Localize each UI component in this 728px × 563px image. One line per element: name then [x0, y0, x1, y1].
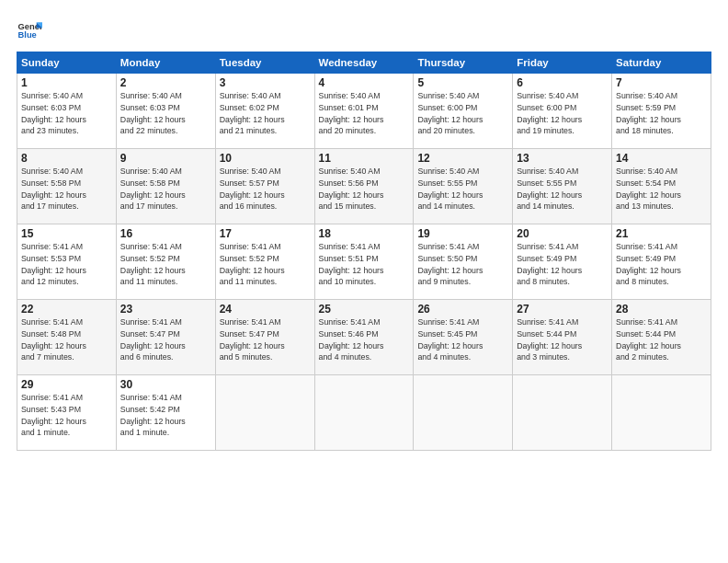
day-info: Sunrise: 5:41 AM Sunset: 5:51 PM Dayligh… [319, 241, 410, 288]
day-cell: 22Sunrise: 5:41 AM Sunset: 5:48 PM Dayli… [17, 300, 117, 375]
day-number: 15 [21, 227, 112, 240]
weekday-header-wednesday: Wednesday [314, 52, 414, 74]
day-cell: 24Sunrise: 5:41 AM Sunset: 5:47 PM Dayli… [215, 300, 314, 375]
day-number: 4 [319, 76, 410, 89]
day-info: Sunrise: 5:40 AM Sunset: 5:54 PM Dayligh… [616, 166, 707, 213]
day-number: 14 [616, 152, 707, 165]
day-cell: 5Sunrise: 5:40 AM Sunset: 6:00 PM Daylig… [414, 74, 513, 149]
day-cell: 29Sunrise: 5:41 AM Sunset: 5:43 PM Dayli… [17, 375, 117, 451]
day-info: Sunrise: 5:41 AM Sunset: 5:47 PM Dayligh… [220, 316, 311, 363]
day-cell: 8Sunrise: 5:40 AM Sunset: 5:58 PM Daylig… [17, 149, 117, 224]
day-cell: 20Sunrise: 5:41 AM Sunset: 5:49 PM Dayli… [513, 224, 612, 300]
week-row-4: 22Sunrise: 5:41 AM Sunset: 5:48 PM Dayli… [17, 300, 711, 375]
day-info: Sunrise: 5:40 AM Sunset: 6:00 PM Dayligh… [417, 90, 508, 137]
day-info: Sunrise: 5:40 AM Sunset: 6:03 PM Dayligh… [120, 90, 211, 137]
day-info: Sunrise: 5:41 AM Sunset: 5:52 PM Dayligh… [120, 241, 211, 288]
week-row-5: 29Sunrise: 5:41 AM Sunset: 5:43 PM Dayli… [17, 375, 711, 451]
day-number: 20 [517, 227, 608, 240]
day-cell [612, 375, 711, 451]
weekday-header-thursday: Thursday [414, 52, 513, 74]
day-cell: 21Sunrise: 5:41 AM Sunset: 5:49 PM Dayli… [612, 224, 711, 300]
week-row-1: 1Sunrise: 5:40 AM Sunset: 6:03 PM Daylig… [17, 74, 711, 149]
logo: General Blue [17, 17, 42, 42]
day-cell: 28Sunrise: 5:41 AM Sunset: 5:44 PM Dayli… [612, 300, 711, 375]
calendar-page: General Blue SundayMondayTuesdayWednesda… [0, 0, 728, 563]
day-number: 2 [120, 76, 211, 89]
weekday-header-sunday: Sunday [17, 52, 117, 74]
day-info: Sunrise: 5:41 AM Sunset: 5:44 PM Dayligh… [616, 316, 707, 363]
day-number: 28 [616, 303, 707, 316]
day-info: Sunrise: 5:41 AM Sunset: 5:49 PM Dayligh… [616, 241, 707, 288]
day-cell: 16Sunrise: 5:41 AM Sunset: 5:52 PM Dayli… [116, 224, 215, 300]
day-cell: 1Sunrise: 5:40 AM Sunset: 6:03 PM Daylig… [17, 74, 117, 149]
day-number: 6 [517, 76, 608, 89]
day-info: Sunrise: 5:41 AM Sunset: 5:45 PM Dayligh… [417, 316, 508, 363]
day-cell [215, 375, 314, 451]
day-number: 12 [417, 152, 508, 165]
weekday-header-tuesday: Tuesday [215, 52, 314, 74]
day-number: 3 [220, 76, 311, 89]
day-number: 8 [21, 152, 112, 165]
weekday-header-monday: Monday [116, 52, 215, 74]
logo-icon: General Blue [17, 17, 42, 42]
day-cell: 25Sunrise: 5:41 AM Sunset: 5:46 PM Dayli… [314, 300, 414, 375]
day-info: Sunrise: 5:40 AM Sunset: 6:02 PM Dayligh… [220, 90, 311, 137]
day-info: Sunrise: 5:40 AM Sunset: 5:56 PM Dayligh… [319, 166, 410, 213]
day-number: 29 [21, 378, 112, 391]
week-row-2: 8Sunrise: 5:40 AM Sunset: 5:58 PM Daylig… [17, 149, 711, 224]
day-info: Sunrise: 5:40 AM Sunset: 6:03 PM Dayligh… [21, 90, 112, 137]
weekday-header-friday: Friday [513, 52, 612, 74]
day-number: 22 [21, 303, 112, 316]
day-number: 1 [21, 76, 112, 89]
day-number: 5 [417, 76, 508, 89]
day-info: Sunrise: 5:41 AM Sunset: 5:53 PM Dayligh… [21, 241, 112, 288]
day-number: 25 [319, 303, 410, 316]
day-number: 13 [517, 152, 608, 165]
day-cell: 6Sunrise: 5:40 AM Sunset: 6:00 PM Daylig… [513, 74, 612, 149]
day-number: 18 [319, 227, 410, 240]
day-info: Sunrise: 5:40 AM Sunset: 6:00 PM Dayligh… [517, 90, 608, 137]
day-cell: 19Sunrise: 5:41 AM Sunset: 5:50 PM Dayli… [414, 224, 513, 300]
day-cell: 17Sunrise: 5:41 AM Sunset: 5:52 PM Dayli… [215, 224, 314, 300]
day-cell: 27Sunrise: 5:41 AM Sunset: 5:44 PM Dayli… [513, 300, 612, 375]
day-info: Sunrise: 5:41 AM Sunset: 5:43 PM Dayligh… [21, 392, 112, 439]
day-cell: 15Sunrise: 5:41 AM Sunset: 5:53 PM Dayli… [17, 224, 117, 300]
day-number: 7 [616, 76, 707, 89]
day-cell [513, 375, 612, 451]
day-number: 24 [220, 303, 311, 316]
day-cell [414, 375, 513, 451]
day-number: 17 [220, 227, 311, 240]
header: General Blue [17, 17, 711, 42]
day-cell: 11Sunrise: 5:40 AM Sunset: 5:56 PM Dayli… [314, 149, 414, 224]
day-number: 26 [417, 303, 508, 316]
day-cell: 9Sunrise: 5:40 AM Sunset: 5:58 PM Daylig… [116, 149, 215, 224]
day-info: Sunrise: 5:40 AM Sunset: 5:55 PM Dayligh… [517, 166, 608, 213]
day-cell: 26Sunrise: 5:41 AM Sunset: 5:45 PM Dayli… [414, 300, 513, 375]
day-info: Sunrise: 5:40 AM Sunset: 5:58 PM Dayligh… [21, 166, 112, 213]
day-number: 10 [220, 152, 311, 165]
day-info: Sunrise: 5:41 AM Sunset: 5:49 PM Dayligh… [517, 241, 608, 288]
weekday-header-row: SundayMondayTuesdayWednesdayThursdayFrid… [17, 52, 711, 74]
day-cell [314, 375, 414, 451]
day-cell: 2Sunrise: 5:40 AM Sunset: 6:03 PM Daylig… [116, 74, 215, 149]
day-info: Sunrise: 5:41 AM Sunset: 5:50 PM Dayligh… [417, 241, 508, 288]
day-cell: 12Sunrise: 5:40 AM Sunset: 5:55 PM Dayli… [414, 149, 513, 224]
day-number: 19 [417, 227, 508, 240]
day-cell: 30Sunrise: 5:41 AM Sunset: 5:42 PM Dayli… [116, 375, 215, 451]
day-cell: 23Sunrise: 5:41 AM Sunset: 5:47 PM Dayli… [116, 300, 215, 375]
day-cell: 4Sunrise: 5:40 AM Sunset: 6:01 PM Daylig… [314, 74, 414, 149]
calendar-table: SundayMondayTuesdayWednesdayThursdayFrid… [17, 52, 711, 451]
day-cell: 3Sunrise: 5:40 AM Sunset: 6:02 PM Daylig… [215, 74, 314, 149]
day-cell: 14Sunrise: 5:40 AM Sunset: 5:54 PM Dayli… [612, 149, 711, 224]
day-info: Sunrise: 5:41 AM Sunset: 5:44 PM Dayligh… [517, 316, 608, 363]
day-info: Sunrise: 5:40 AM Sunset: 5:59 PM Dayligh… [616, 90, 707, 137]
day-info: Sunrise: 5:41 AM Sunset: 5:46 PM Dayligh… [319, 316, 410, 363]
day-number: 23 [120, 303, 211, 316]
day-info: Sunrise: 5:41 AM Sunset: 5:52 PM Dayligh… [220, 241, 311, 288]
day-number: 27 [517, 303, 608, 316]
day-info: Sunrise: 5:40 AM Sunset: 5:57 PM Dayligh… [220, 166, 311, 213]
day-cell: 7Sunrise: 5:40 AM Sunset: 5:59 PM Daylig… [612, 74, 711, 149]
svg-text:Blue: Blue [18, 30, 37, 40]
day-cell: 13Sunrise: 5:40 AM Sunset: 5:55 PM Dayli… [513, 149, 612, 224]
day-info: Sunrise: 5:41 AM Sunset: 5:42 PM Dayligh… [120, 392, 211, 439]
